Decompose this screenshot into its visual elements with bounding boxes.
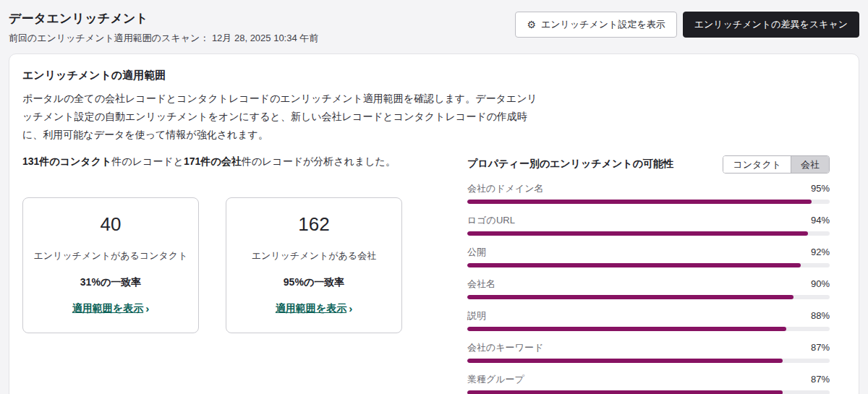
match-rate: 95%の一致率 <box>234 276 394 289</box>
property-name: 説明 <box>467 309 486 322</box>
property-progress-fill <box>467 359 783 363</box>
view-coverage-link-label: 適用範囲を表示 <box>72 302 143 315</box>
properties-panel-title: プロパティー別のエンリッチメントの可能性 <box>467 158 673 171</box>
record-count: 162 <box>234 213 394 236</box>
property-name: 公開 <box>467 246 486 259</box>
enrichment-coverage-card: エンリッチメントの適用範囲 ポータルの全ての会社レコードとコンタクトレコードのエ… <box>9 53 859 394</box>
page-header: データエンリッチメント 前回のエンリッチメント適用範囲のスキャン： 12月 28… <box>0 0 868 53</box>
property-progress-track <box>467 263 830 267</box>
property-name: 会社のドメイン名 <box>467 182 544 195</box>
property-name: 業種グループ <box>467 373 524 386</box>
property-row: 会社のキーワード 87% <box>467 341 830 363</box>
last-scan-timestamp: 前回のエンリッチメント適用範囲のスキャン： 12月 28, 2025 10:34… <box>9 32 318 45</box>
toggle-option-companies[interactable]: 会社 <box>791 156 829 173</box>
property-row-labels: ロゴのURL 94% <box>467 214 830 227</box>
companies-analyzed-count: 171件の会社 <box>184 155 242 167</box>
coverage-description: ポータルの全ての会社レコードとコンタクトレコードのエンリッチメント適用範囲を確認… <box>22 90 546 144</box>
property-row-labels: 業種グループ 87% <box>467 373 830 386</box>
property-progress-fill <box>467 390 783 394</box>
properties-panel: プロパティー別のエンリッチメントの可能性 コンタクト 会社 会社のドメイン名 9… <box>467 155 830 394</box>
property-progress-track <box>467 359 830 363</box>
view-coverage-link[interactable]: 適用範囲を表示 › <box>276 302 352 315</box>
chevron-right-icon: › <box>145 302 149 314</box>
property-percent: 95% <box>811 183 830 194</box>
property-row: 説明 88% <box>467 309 830 331</box>
properties-panel-header: プロパティー別のエンリッチメントの可能性 コンタクト 会社 <box>467 155 830 173</box>
view-enrichment-settings-label: エンリッチメント設定を表示 <box>541 18 665 31</box>
page-header-text: データエンリッチメント 前回のエンリッチメント適用範囲のスキャン： 12月 28… <box>9 10 318 45</box>
coverage-stat-card: 162 エンリッチメントがある会社 95%の一致率 適用範囲を表示 › <box>226 197 402 333</box>
record-type-toggle: コンタクト 会社 <box>723 155 830 174</box>
scan-enrichment-diff-button[interactable]: エンリッチメントの差異をスキャン <box>683 12 859 38</box>
record-count-label: エンリッチメントがあるコンタクト <box>30 249 191 262</box>
property-progress-fill <box>467 263 801 267</box>
match-rate: 31%の一致率 <box>30 276 191 289</box>
property-progress-track <box>467 231 830 236</box>
coverage-stat-card: 40 エンリッチメントがあるコンタクト 31%の一致率 適用範囲を表示 › <box>22 197 199 333</box>
property-row-labels: 公開 92% <box>467 246 830 259</box>
header-actions: ⚙ エンリッチメント設定を表示 エンリッチメントの差異をスキャン <box>515 10 859 38</box>
property-percent: 90% <box>811 278 830 289</box>
chevron-right-icon: › <box>349 302 352 314</box>
property-percent: 94% <box>811 215 830 226</box>
property-row: 公開 92% <box>467 246 830 267</box>
analysis-middle-text: 件のレコードと <box>111 155 184 167</box>
property-percent: 92% <box>811 247 830 257</box>
view-coverage-link[interactable]: 適用範囲を表示 › <box>72 302 149 315</box>
property-progress-track <box>467 295 830 299</box>
property-name: ロゴのURL <box>467 214 515 227</box>
property-progress-fill <box>467 295 793 299</box>
analysis-suffix-text: 件のレコードが分析されました。 <box>242 155 396 167</box>
property-progress-fill <box>467 231 808 236</box>
property-row-labels: 会社のキーワード 87% <box>467 341 830 354</box>
page-title: データエンリッチメント <box>9 10 318 27</box>
property-row: 会社名 90% <box>467 278 830 299</box>
property-row: 業種グループ 87% <box>467 373 830 394</box>
coverage-heading: エンリッチメントの適用範囲 <box>22 69 830 82</box>
stat-cards-row: 40 エンリッチメントがあるコンタクト 31%の一致率 適用範囲を表示 › 16… <box>22 197 404 333</box>
property-coverage-list: 会社のドメイン名 95% ロゴのURL 94% 公開 92% 会社名 90% <box>467 182 830 394</box>
analysis-summary: 131件のコンタクト件のレコードと171件の会社件のレコードが分析されました。 <box>22 155 404 173</box>
record-count: 40 <box>30 213 191 236</box>
gear-icon: ⚙ <box>527 20 536 30</box>
property-progress-fill <box>467 200 812 204</box>
property-progress-fill <box>467 327 786 331</box>
coverage-left-column: 131件のコンタクト件のレコードと171件の会社件のレコードが分析されました。 … <box>22 155 404 394</box>
coverage-columns: 131件のコンタクト件のレコードと171件の会社件のレコードが分析されました。 … <box>22 155 830 394</box>
property-row-labels: 会社のドメイン名 95% <box>467 182 830 195</box>
view-enrichment-settings-button[interactable]: ⚙ エンリッチメント設定を表示 <box>515 12 676 38</box>
property-row-labels: 会社名 90% <box>467 278 830 291</box>
property-name: 会社名 <box>467 278 495 291</box>
property-row: ロゴのURL 94% <box>467 214 830 236</box>
contacts-analyzed-count: 131件のコンタクト <box>22 155 111 167</box>
property-name: 会社のキーワード <box>467 341 543 354</box>
property-row-labels: 説明 88% <box>467 309 830 322</box>
property-percent: 87% <box>811 374 830 385</box>
view-coverage-link-label: 適用範囲を表示 <box>276 302 346 315</box>
toggle-option-contacts[interactable]: コンタクト <box>723 156 791 173</box>
property-percent: 88% <box>811 310 830 321</box>
property-progress-track <box>467 200 830 204</box>
property-percent: 87% <box>811 342 830 353</box>
property-progress-track <box>467 390 830 394</box>
record-count-label: エンリッチメントがある会社 <box>234 249 394 262</box>
property-progress-track <box>467 327 830 331</box>
property-row: 会社のドメイン名 95% <box>467 182 830 204</box>
